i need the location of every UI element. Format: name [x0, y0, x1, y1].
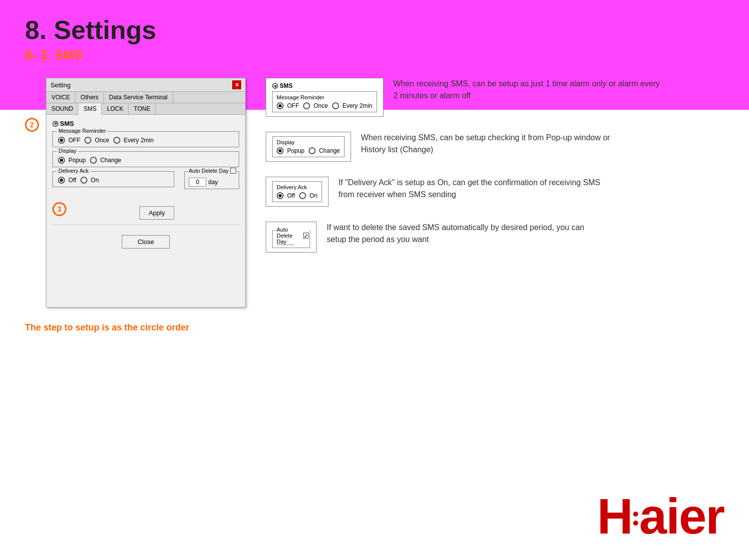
reminder-off-option[interactable]: OFF	[58, 137, 80, 144]
auto-delete-group: Auto Delete Day day	[184, 171, 239, 189]
ann1-once: Once	[303, 102, 328, 109]
ann2-display-label: Display	[277, 139, 340, 145]
tab-others[interactable]: Others	[75, 92, 104, 103]
annotation-text-4: If want to delete the saved SMS automati…	[327, 222, 596, 246]
ann1-reminder-options: OFF Once Every 2min	[277, 102, 373, 109]
ann2-popup: Popup	[277, 147, 305, 154]
display-change-radio[interactable]	[90, 157, 97, 164]
auto-delete-checkbox[interactable]	[230, 168, 236, 174]
display-popup-radio[interactable]	[58, 157, 65, 164]
reminder-every2min-radio[interactable]	[113, 137, 120, 144]
annotation-1: SMS Message Reminder OFF Once	[266, 78, 724, 117]
page-subtitle: 8- 3. SMS	[25, 47, 724, 63]
day-input-field[interactable]	[189, 178, 206, 187]
day-input-row: day	[189, 178, 235, 187]
ann4-checkbox: ✓	[303, 233, 309, 239]
delivery-ack-group: Delivery Ack Off	[52, 171, 174, 187]
ann2-change: Change	[309, 147, 340, 154]
ann3-delivery-label: Delivery Ack	[277, 184, 318, 190]
annotation-box-1: SMS Message Reminder OFF Once	[266, 78, 383, 117]
tab-data-service[interactable]: Data Service Terminal	[104, 92, 173, 103]
settings-dialog: Setting ✕ VOICE Others Data Service Term…	[46, 78, 246, 307]
ann1-off-radio	[277, 102, 284, 109]
haier-dot-bottom	[633, 521, 638, 526]
ann1-once-radio	[303, 102, 310, 109]
tab-row-2: SOUND SMS LOCK TONE	[46, 103, 245, 115]
delivery-row: Delivery Ack Off	[52, 171, 239, 191]
ann2-display-options: Popup Change	[277, 147, 340, 154]
close-button[interactable]: Close	[122, 235, 169, 249]
ann2-popup-radio	[277, 147, 284, 154]
annotation-3: Delivery Ack Off On	[266, 177, 724, 207]
display-label: Display	[57, 148, 78, 154]
ann3-on: On	[299, 192, 318, 199]
reminder-once-option[interactable]: Once	[84, 137, 109, 144]
delivery-ack-options: Off On	[58, 177, 169, 184]
ann4-autodelete-label: Auto Delete Day ✓	[276, 227, 310, 245]
tab-tone[interactable]: TONE	[129, 103, 156, 114]
step-text: The step to setup is as the circle order	[25, 322, 724, 333]
annotation-2: Display Popup Change	[266, 132, 724, 162]
tab-lock[interactable]: LOCK	[102, 103, 129, 114]
apply-button[interactable]: Apply	[139, 206, 175, 220]
auto-delete-label: Auto Delete Day	[188, 168, 237, 174]
reminder-once-radio[interactable]	[84, 137, 91, 144]
page-title: 8. Settings	[25, 15, 724, 45]
haier-dot-top	[633, 512, 638, 517]
step-3-circle: 3	[52, 202, 66, 216]
day-unit: day	[208, 179, 218, 186]
ann1-every2min-radio	[332, 102, 339, 109]
tab-sound[interactable]: SOUND	[46, 103, 78, 114]
delivery-ack-label: Delivery Ack	[57, 168, 90, 174]
delivery-on-option[interactable]: On	[80, 177, 99, 184]
annotation-4: Auto Delete Day ✓ day If want to delete …	[266, 222, 724, 253]
display-popup-option[interactable]: Popup	[58, 157, 86, 164]
message-reminder-label: Message Reminder	[57, 128, 107, 134]
annotation-box-3: Delivery Ack Off On	[266, 177, 329, 207]
display-options: Popup Change	[58, 157, 234, 164]
apply-row: 3 Apply	[52, 199, 239, 220]
ann3-delivery-options: Off On	[277, 192, 318, 199]
ann3-on-radio	[299, 192, 306, 199]
annotations-panel: SMS Message Reminder OFF Once	[266, 78, 724, 253]
dialog-body: SMS Message Reminder OFF	[46, 115, 245, 225]
tab-voice[interactable]: VOICE	[46, 92, 75, 103]
delivery-off-option[interactable]: Off	[58, 177, 76, 184]
divider	[51, 225, 240, 225]
dialog-close-button[interactable]: ✕	[232, 80, 241, 89]
delivery-off-radio[interactable]	[58, 177, 65, 184]
step-2-circle: 2	[25, 118, 39, 132]
ann1-sms-label: SMS	[280, 82, 293, 89]
dialog-title-text: Setting	[50, 81, 70, 89]
dialog-titlebar: Setting ✕	[46, 78, 245, 92]
ann3-off-radio	[277, 192, 284, 199]
tab-sms[interactable]: SMS	[78, 103, 102, 115]
annotation-box-2: Display Popup Change	[266, 132, 351, 162]
annotation-text-1: When receiving SMS, can be setup as just…	[393, 78, 663, 102]
tab-row-1: VOICE Others Data Service Terminal	[46, 92, 245, 103]
reminder-every2min-option[interactable]: Every 2min	[113, 137, 154, 144]
sms-label: SMS	[52, 120, 239, 127]
display-change-option[interactable]: Change	[90, 157, 121, 164]
ann1-reminder-label: Message Reminder	[277, 94, 373, 100]
message-reminder-group: Message Reminder OFF Once	[52, 131, 239, 147]
delivery-on-radio[interactable]	[80, 177, 87, 184]
ann1-every2min: Every 2min	[332, 102, 373, 109]
sms-icon	[52, 121, 58, 127]
annotation-text-3: If "Delivery Ack" is setup as On, can ge…	[339, 177, 608, 201]
message-reminder-options: OFF Once Every 2min	[58, 137, 234, 144]
ann2-change-radio	[309, 147, 316, 154]
sms-icon-ann1	[272, 83, 278, 89]
reminder-off-radio[interactable]	[58, 137, 65, 144]
display-group: Display Popup Change	[52, 151, 239, 167]
ann3-off: Off	[277, 192, 295, 199]
haier-logo: H aier	[597, 488, 724, 545]
annotation-text-2: When receiving SMS, can be setup checkin…	[361, 132, 631, 156]
annotation-box-4: Auto Delete Day ✓ day	[266, 222, 317, 253]
ann1-off: OFF	[277, 102, 299, 109]
